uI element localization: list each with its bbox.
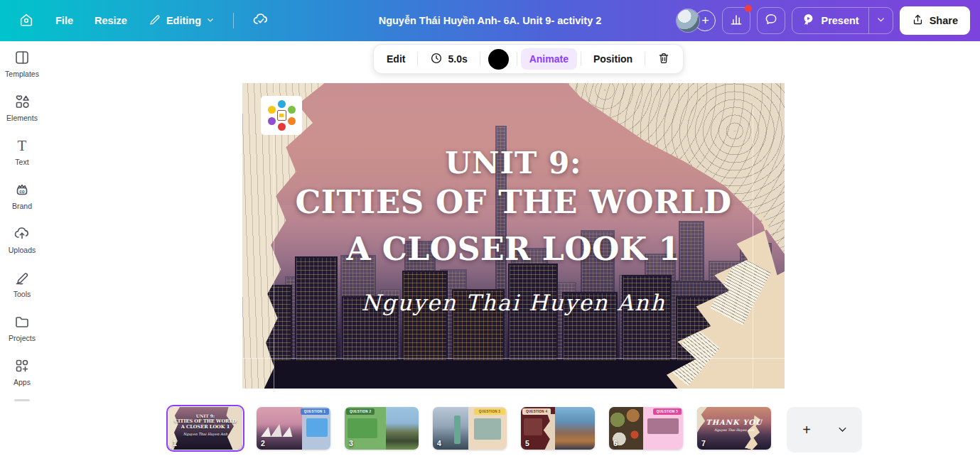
thumb7-title: THANK YOU Nguyen Thai Huyen Anh — [697, 418, 771, 432]
toolbar-divider — [417, 52, 418, 66]
resize-menu[interactable]: Resize — [86, 9, 136, 32]
plus-icon: + — [802, 422, 811, 438]
home-icon — [18, 12, 34, 30]
logo-center-emblem — [277, 110, 286, 121]
share-button[interactable]: Share — [900, 6, 970, 35]
page-number: 7 — [701, 439, 706, 447]
sidebar-item-text[interactable]: T Text — [0, 129, 44, 173]
comment-bubble-icon — [764, 12, 778, 29]
present-icon — [802, 13, 815, 28]
add-page-button[interactable]: + — [791, 413, 822, 447]
insights-button[interactable] — [722, 7, 750, 34]
file-menu-label: File — [55, 15, 73, 26]
thumb3-edinburgh-photo — [386, 407, 419, 450]
templates-icon — [14, 49, 31, 66]
slide-title-line3: A CLOSER LOOK 1 — [242, 227, 785, 272]
position-label: Position — [593, 53, 632, 65]
home-button[interactable] — [10, 6, 43, 36]
toolbar-divider — [581, 52, 581, 66]
thumbnail-page-6[interactable]: QUESTION 5 6 — [609, 407, 683, 450]
school-logo[interactable] — [261, 96, 302, 135]
present-button-group: Present — [792, 7, 893, 34]
toolbar-divider — [517, 52, 517, 66]
uploads-icon — [14, 225, 31, 242]
duration-button[interactable]: 5.0s — [421, 47, 475, 72]
thumb6-textbox — [647, 418, 679, 434]
editing-mode-label: Editing — [166, 15, 201, 26]
toolbar-divider — [480, 52, 480, 66]
question-badge: QUESTION 1 — [301, 408, 329, 415]
animate-label: Animate — [529, 53, 569, 65]
projects-icon — [14, 313, 31, 330]
bar-chart-icon — [729, 12, 743, 29]
thumbnail-page-3[interactable]: QUESTION 2 3 — [345, 407, 419, 450]
sidebar-item-projects[interactable]: Projects — [0, 305, 44, 349]
sidebar-item-elements[interactable]: Elements — [0, 85, 44, 129]
sidebar-label: Brand — [12, 202, 32, 210]
cloud-check-icon — [252, 11, 269, 31]
share-label: Share — [930, 15, 958, 26]
edit-label: Edit — [387, 53, 405, 65]
thumbnail-page-1[interactable]: UNIT 9: CITIES OF THE WORLD A CLOSER LOO… — [168, 407, 242, 450]
notification-dot — [745, 5, 752, 12]
thumbnail-page-2[interactable]: QUESTION 1 2 — [257, 407, 330, 450]
statue-of-liberty — [454, 416, 461, 444]
sidebar-item-tools[interactable]: Tools — [0, 261, 44, 305]
sidebar-label: Projects — [9, 334, 36, 342]
edit-button[interactable]: Edit — [378, 48, 414, 70]
editing-mode-menu[interactable]: Editing — [140, 8, 223, 34]
page-number: 6 — [613, 439, 618, 447]
brand-icon: co — [14, 181, 31, 198]
thumb1-title: UNIT 9: CITIES OF THE WORLD A CLOSER LOO… — [168, 413, 242, 436]
position-button[interactable]: Position — [585, 48, 641, 70]
sidebar-item-uploads[interactable]: Uploads — [0, 217, 44, 261]
slide-canvas-page-1[interactable]: UNIT 9: CITIES OF THE WORLD A CLOSER LOO… — [242, 83, 785, 389]
chevron-down-icon — [206, 15, 215, 26]
page-number: 3 — [349, 439, 353, 447]
thumb4-textbox — [474, 418, 501, 440]
sidebar-scroll-hint — [14, 399, 30, 401]
thumb2-textbox — [306, 418, 328, 437]
background-color-swatch[interactable] — [488, 49, 509, 70]
design-title[interactable]: Nguyễn Thái Huyền Anh- 6A. Unit 9- activ… — [379, 0, 602, 41]
chevron-down-icon — [876, 14, 885, 27]
sidebar-label: Tools — [14, 290, 31, 298]
file-menu[interactable]: File — [47, 9, 82, 32]
elements-icon — [14, 93, 31, 110]
sidebar-item-templates[interactable]: Templates — [0, 41, 44, 85]
pencil-icon — [149, 13, 161, 28]
question-badge: QUESTION 4 — [522, 408, 551, 415]
sidebar-item-apps[interactable]: Apps — [0, 349, 44, 393]
thumb5-themepark-photo — [555, 407, 595, 450]
present-label: Present — [821, 15, 858, 26]
sidebar-item-brand[interactable]: co Brand — [0, 173, 44, 217]
slide-title-line1: UNIT 9: — [242, 148, 785, 178]
comments-button[interactable] — [757, 7, 785, 34]
avatar[interactable] — [677, 9, 699, 32]
thumbnail-page-7[interactable]: THANK YOU Nguyen Thai Huyen Anh 7 — [697, 407, 771, 450]
filmstrip-actions: + — [787, 407, 862, 452]
present-options-button[interactable] — [868, 8, 893, 33]
delete-page-button[interactable] — [649, 47, 679, 72]
top-bar: File Resize Editing Ng — [0, 0, 980, 41]
resize-menu-label: Resize — [95, 15, 127, 26]
apps-icon — [14, 357, 31, 374]
cloud-save-status-button[interactable] — [244, 6, 278, 36]
sidebar-label: Uploads — [9, 246, 36, 254]
sidebar-label: Elements — [6, 114, 38, 122]
page-number: 5 — [525, 439, 529, 447]
sidebar-label: Apps — [14, 378, 31, 386]
collapse-filmstrip-button[interactable] — [826, 413, 858, 447]
present-button[interactable]: Present — [792, 8, 868, 33]
question-badge: QUESTION 2 — [346, 408, 375, 415]
sidebar-label: Text — [15, 158, 28, 166]
share-upload-icon — [912, 13, 924, 28]
thumbnail-page-4[interactable]: QUESTION 3 4 — [433, 407, 507, 450]
page-number: 1 — [173, 439, 177, 447]
sidebar-label: Templates — [5, 70, 39, 78]
slide-title-block[interactable]: UNIT 9: CITIES OF THE WORLD A CLOSER LOO… — [242, 148, 785, 315]
animate-button[interactable]: Animate — [521, 48, 577, 70]
margin-guide-bottom — [242, 358, 785, 359]
thumb3-textbox — [348, 418, 377, 438]
thumbnail-page-5[interactable]: QUESTION 4 5 — [521, 407, 595, 450]
